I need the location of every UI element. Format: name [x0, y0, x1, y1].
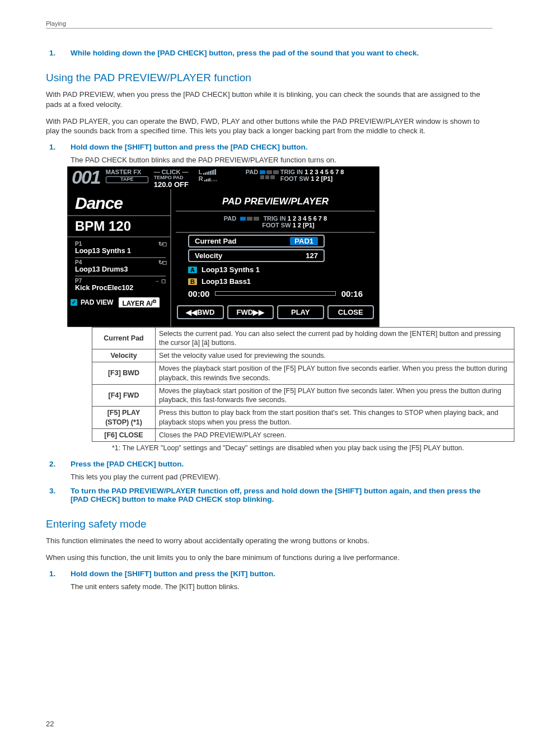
- lcd-label: 120.0 OFF: [154, 181, 193, 189]
- lcd-label: PAD: [224, 215, 236, 222]
- step-subtext: The unit enters safety mode. The [KIT] b…: [71, 582, 493, 591]
- lcd-field-value: 127: [306, 251, 318, 260]
- intro-steps: 1. While holding down the [PAD CHECK] bu…: [46, 49, 493, 57]
- lcd-bpm: BPM 120: [67, 216, 170, 237]
- table-label: [F3] BWD: [92, 362, 156, 385]
- lcd-time-row: 00:00 00:16: [188, 289, 363, 298]
- lcd-tape-box: TAPE: [106, 176, 148, 183]
- table-desc: Selects the current pad. You can also se…: [156, 327, 514, 349]
- step-number: 2.: [46, 460, 71, 481]
- parameter-table: Current PadSelects the current pad. You …: [92, 327, 514, 442]
- meter-icon: [204, 176, 217, 181]
- lcd-label: 1 2 3 4 5 6 7 8: [305, 169, 344, 175]
- lcd-kit-number: 001: [72, 169, 100, 186]
- paragraph: This function eliminates the need to wor…: [46, 536, 493, 546]
- lcd-label: Loop13 Bass1: [202, 277, 251, 286]
- loop-icon: ↻ ◻: [158, 241, 166, 247]
- arrow-icon: → ◻: [154, 278, 166, 284]
- meter-icon: [203, 169, 216, 175]
- lcd-pad-name: Loop13 Drums3: [75, 265, 166, 273]
- lcd-pad-name: Loop13 Synths 1: [75, 247, 166, 255]
- pad-grid-icon: [260, 175, 275, 179]
- table-label: Velocity: [92, 349, 156, 362]
- table-desc: Closes the PAD PREVIEW/PLAY screen.: [156, 428, 514, 441]
- step-text: To turn the PAD PREVIEW/PLAYER function …: [71, 487, 493, 503]
- lcd-kit-name: Dance: [67, 189, 170, 216]
- step-subtext: The PAD CHECK button blinks and the PAD …: [71, 156, 493, 164]
- step-text: Hold down the [SHIFT] button and press t…: [71, 570, 493, 578]
- table-desc: Moves the playback start position of the…: [156, 384, 514, 407]
- table-desc: Press this button to play back from the …: [156, 407, 514, 429]
- table-label: [F4] FWD: [92, 384, 156, 407]
- pad-grid-icon: [260, 170, 279, 174]
- lcd-pad-slot: P7: [75, 278, 82, 284]
- lcd-field-row: Velocity 127: [188, 249, 325, 262]
- table-desc: Moves the playback start position of the…: [156, 362, 514, 385]
- lcd-field-label: Current Pad: [195, 237, 236, 245]
- footnote: *1: The LAYER "Loop" settings and "Decay…: [112, 444, 493, 452]
- lcd-label: 1 2 [P1]: [293, 222, 315, 228]
- lcd-field-value: PAD1: [290, 237, 318, 245]
- lcd-close-button: CLOSE: [327, 305, 374, 319]
- step-number: 1.: [46, 570, 71, 591]
- lcd-layer-a: ALoop13 Synths 1: [188, 265, 363, 274]
- paragraph: With PAD PLAYER, you can operate the BWD…: [46, 116, 493, 137]
- progress-bar-icon: [215, 291, 335, 296]
- running-header: Playing: [46, 20, 493, 27]
- lcd-pad-slot: P4: [75, 259, 82, 265]
- lcd-play-button: PLAY: [277, 305, 324, 319]
- paragraph: When using this function, the unit limit…: [46, 553, 493, 563]
- header-rule: [46, 28, 493, 29]
- lcd-time-start: 00:00: [188, 289, 209, 298]
- lcd-pad-slot: P1: [75, 241, 82, 247]
- lcd-status-row: PAD TRIG IN 1 2 3 4 5 6 7 8 FOOT SW 1 2 …: [176, 212, 375, 233]
- lcd-screenshot: 001 MASTER FX TAPE — CLICK — TEMPO PAD 1…: [67, 166, 380, 326]
- table-label: [F5] PLAY (STOP) (*1): [92, 407, 156, 429]
- lcd-label: 1 2 [P1]: [311, 175, 332, 182]
- section-title: Using the PAD PREVIEW/PLAYER function: [46, 72, 493, 84]
- lcd-label: MASTER FX: [106, 169, 148, 175]
- lcd-fwd-button: FWD▶▶: [227, 305, 274, 319]
- step-number: 3.: [46, 487, 71, 503]
- lcd-label: FOOT SW: [262, 222, 291, 228]
- step-text: While holding down the [PAD CHECK] butto…: [71, 49, 493, 57]
- lcd-pad-item: P7→ ◻ Kick ProcElec102: [75, 277, 166, 294]
- table-label: [F6] CLOSE: [92, 428, 156, 441]
- paragraph: With PAD PREVIEW, when you press the [PA…: [46, 90, 493, 110]
- lcd-panel-title: PAD PREVIEW/PLAYER: [176, 189, 375, 212]
- lcd-label: 1 2 3 4 5 6 7 8: [288, 215, 327, 222]
- lcd-bwd-button: ◀◀BWD: [177, 305, 224, 319]
- lcd-layer-b: BLoop13 Bass1: [188, 277, 363, 286]
- lcd-label: R: [199, 175, 203, 182]
- lcd-field-row: Current Pad PAD1: [188, 235, 325, 248]
- step-number: 1.: [46, 143, 71, 164]
- lcd-pad-name: Kick ProcElec102: [75, 284, 166, 292]
- lcd-field-label: Velocity: [195, 251, 222, 260]
- step-number: 1.: [46, 49, 71, 57]
- lcd-label: PAD VIEW: [81, 298, 113, 306]
- lcd-label: PAD: [246, 169, 258, 175]
- pad-grid-icon: [240, 217, 259, 221]
- step-text: Hold down the [SHIFT] button and press t…: [71, 143, 493, 151]
- lcd-pad-item: P4↻ ◻ Loop13 Drums3: [75, 258, 166, 277]
- lcd-label: FOOT SW: [280, 175, 309, 182]
- step-text: Press the [PAD CHECK] button.: [71, 460, 493, 468]
- lcd-label: Loop13 Synths 1: [202, 265, 260, 274]
- checkbox-icon: ✓: [71, 299, 77, 306]
- table-label: Current Pad: [92, 327, 156, 349]
- page-number: 22: [46, 720, 54, 728]
- table-desc: Set the velocity value used for previewi…: [156, 349, 514, 362]
- lcd-time-end: 00:16: [341, 289, 363, 298]
- lcd-label: L: [199, 169, 203, 175]
- lcd-label: TRIG IN: [280, 169, 303, 175]
- lcd-pad-item: P1↻ ◻ Loop13 Synths 1: [75, 240, 166, 258]
- lcd-tab: LAYER A/B: [119, 297, 160, 307]
- step-subtext: This lets you play the current pad (PREV…: [71, 473, 493, 481]
- lcd-label: TRIG IN: [263, 215, 285, 222]
- loop-icon: ↻ ◻: [158, 259, 166, 265]
- section-title: Entering safety mode: [46, 518, 493, 530]
